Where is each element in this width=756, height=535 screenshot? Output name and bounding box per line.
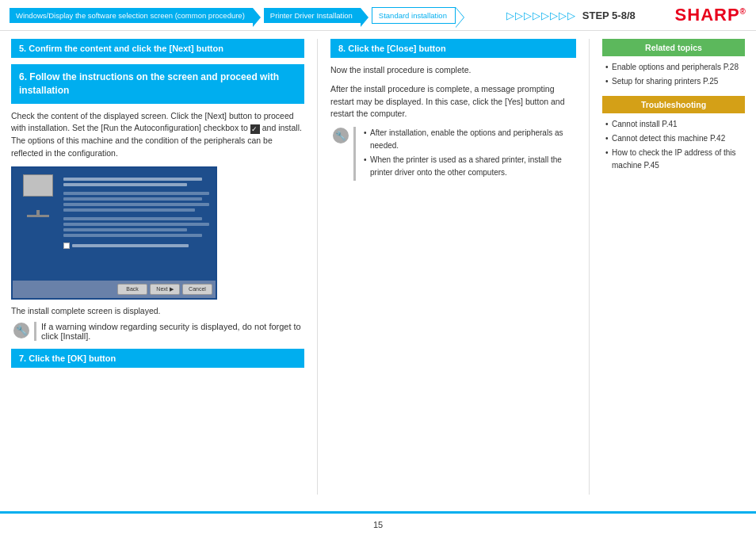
svg-text:🔧: 🔧 [16, 324, 28, 336]
step5-header: 5. Confirm the content and click the [Ne… [11, 39, 304, 58]
trouble-list: Cannot install P.41 Cannot detect this m… [602, 118, 745, 172]
trouble-item-2[interactable]: Cannot detect this machine P.42 [605, 132, 745, 145]
page-number: 15 [373, 520, 383, 529]
security-note-label: If a warning window regarding security i… [41, 322, 301, 341]
related-item-2[interactable]: Setup for sharing printers P.25 [605, 75, 745, 88]
breadcrumb-step1[interactable]: Windows/Display the software selection s… [10, 8, 253, 23]
step8-header: 8. Click the [Close] button [330, 39, 576, 58]
right-column: Related topics Enable options and periph… [602, 39, 745, 495]
ss-back-btn: Back [117, 284, 147, 295]
breadcrumb: Windows/Display the software selection s… [10, 7, 467, 24]
step-label: STEP 5-8/8 [582, 10, 636, 21]
step8-body2: After the install procedure is complete,… [330, 83, 576, 120]
step8-body1: Now the install procedure is complete. [330, 64, 576, 77]
breadcrumb-label-2: Printer Driver Installation [270, 11, 353, 20]
left-divider [317, 39, 318, 495]
page-footer: 15 [0, 511, 756, 535]
ss-next-btn: Next ▶ [150, 284, 180, 295]
step8-note-list: After installation, enable the options a… [361, 127, 576, 179]
security-note-block: 🔧 If a warning window regarding security… [11, 322, 304, 341]
breadcrumb-step2[interactable]: Printer Driver Installation [264, 8, 361, 23]
step7-header: 7. Click the [OK] button [11, 349, 304, 368]
svg-text:🔧: 🔧 [335, 130, 346, 141]
security-note-text: If a warning window regarding security i… [34, 322, 304, 341]
trouble-item-1[interactable]: Cannot install P.41 [605, 118, 745, 131]
step-info: ▷▷▷▷▷▷▷▷ STEP 5-8/8 [506, 10, 636, 21]
right-divider [589, 39, 590, 495]
troubleshooting-header: Troubleshooting [602, 96, 745, 113]
related-item-1[interactable]: Enable options and peripherals P.28 [605, 61, 745, 74]
step6-header: 6. Follow the instructions on the screen… [11, 64, 304, 104]
page-header: Windows/Display the software selection s… [0, 0, 756, 31]
breadcrumb-step3[interactable]: Standard installation [372, 7, 456, 24]
step8-note1: After installation, enable the options a… [364, 127, 576, 152]
related-topics-header: Related topics [602, 39, 745, 56]
breadcrumb-label-1: Windows/Display the software selection s… [16, 11, 245, 20]
step6-body: Check the content of the displayed scree… [11, 110, 304, 160]
step-arrows: ▷▷▷▷▷▷▷▷ [506, 10, 576, 21]
step8-note-block: 🔧 After installation, enable the options… [330, 127, 576, 181]
screenshot-footer: Back Next ▶ Cancel [13, 281, 216, 298]
install-complete-text: The install complete screen is displayed… [11, 306, 304, 315]
wrench-icon: 🔧 [13, 322, 30, 339]
step8-note-icon: 🔧 [332, 127, 349, 144]
screenshot-image: Back Next ▶ Cancel [11, 166, 217, 300]
main-content: 5. Confirm the content and click the [Ne… [0, 31, 756, 503]
left-column: 5. Confirm the content and click the [Ne… [11, 39, 304, 495]
step8-notes: After installation, enable the options a… [353, 127, 576, 181]
breadcrumb-label-3: Standard installation [379, 11, 447, 20]
related-topics-list: Enable options and peripherals P.28 Setu… [602, 61, 745, 88]
sharp-logo: SHARP® [675, 5, 746, 25]
ss-cancel-btn: Cancel [182, 284, 212, 295]
trouble-item-3[interactable]: How to check the IP address of this mach… [605, 147, 745, 172]
step8-note2: When the printer is used as a shared pri… [364, 154, 576, 179]
pc-icon [19, 174, 57, 277]
middle-column: 8. Click the [Close] button Now the inst… [330, 39, 576, 495]
screenshot-text-area [63, 174, 209, 277]
